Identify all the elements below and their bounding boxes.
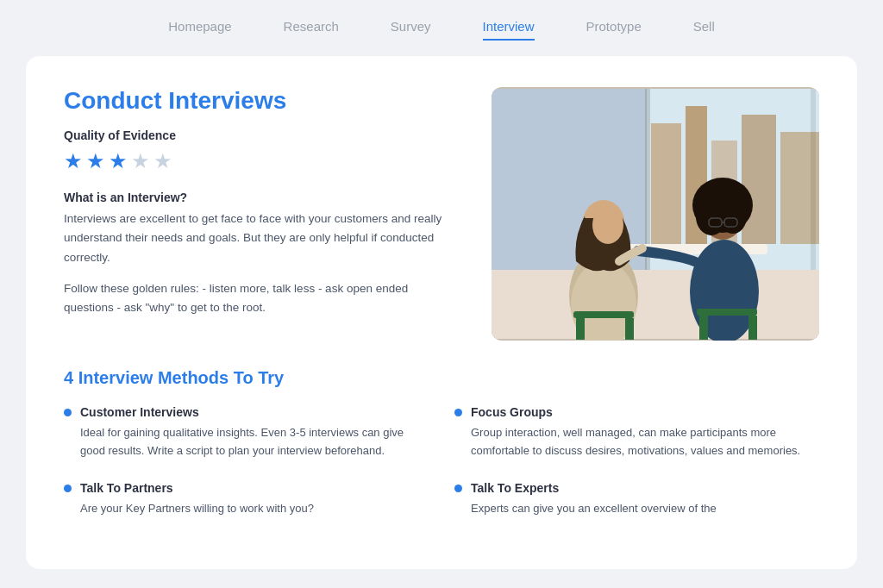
svg-rect-5	[742, 115, 776, 244]
method-focus-groups: Focus Groups Group interaction, well man…	[454, 405, 819, 460]
method-name-1: Customer Interviews	[80, 405, 199, 419]
golden-rules-text: Follow these golden rules: - listen more…	[64, 279, 457, 318]
star-3: ★	[109, 149, 128, 173]
methods-grid: Customer Interviews Ideal for gaining qu…	[64, 405, 819, 535]
method-dot-3	[64, 485, 72, 492]
nav-bar: Homepage Research Survey Interview Proto…	[0, 0, 883, 56]
method-header-4: Talk To Experts	[454, 481, 819, 495]
nav-interview[interactable]: Interview	[483, 19, 535, 41]
interview-illustration-svg	[492, 87, 819, 341]
main-card: Conduct Interviews Quality of Evidence ★…	[26, 56, 857, 569]
nav-prototype[interactable]: Prototype	[586, 19, 642, 41]
interview-image	[492, 87, 819, 341]
what-is-text: Interviews are excellent to get face to …	[64, 210, 457, 267]
method-dot-4	[454, 485, 462, 492]
method-talk-to-partners: Talk To Partners Are your Key Partners w…	[64, 481, 429, 518]
svg-rect-30	[748, 316, 757, 340]
svg-point-16	[592, 206, 623, 244]
method-dot-2	[454, 409, 462, 416]
quality-label: Quality of Evidence	[64, 128, 457, 142]
stars-rating: ★ ★ ★ ★ ★	[64, 149, 457, 173]
svg-rect-2	[651, 123, 681, 244]
nav-survey[interactable]: Survey	[391, 19, 431, 41]
method-desc-3: Are your Key Partners willing to work wi…	[64, 500, 429, 518]
svg-rect-29	[699, 316, 708, 340]
svg-rect-28	[697, 309, 757, 316]
nav-homepage[interactable]: Homepage	[168, 19, 231, 41]
star-2: ★	[86, 149, 105, 173]
methods-title: 4 Interview Methods To Try	[64, 368, 819, 388]
method-name-2: Focus Groups	[471, 405, 553, 419]
what-is-heading: What is an Interview?	[64, 191, 457, 204]
svg-rect-17	[573, 311, 634, 318]
svg-point-24	[719, 199, 747, 234]
method-desc-4: Experts can give you an excellent overvi…	[454, 500, 819, 518]
nav-sell[interactable]: Sell	[693, 19, 715, 41]
method-desc-2: Group interaction, well managed, can mak…	[454, 424, 819, 460]
svg-rect-18	[576, 318, 585, 340]
nav-research[interactable]: Research	[284, 19, 339, 41]
svg-rect-9	[492, 270, 819, 339]
star-1: ★	[64, 149, 83, 173]
method-name-3: Talk To Partners	[80, 481, 173, 495]
method-header-2: Focus Groups	[454, 405, 819, 419]
method-dot-1	[64, 409, 72, 416]
star-4: ★	[131, 149, 150, 173]
method-header-3: Talk To Partners	[64, 481, 429, 495]
svg-rect-19	[625, 318, 634, 340]
method-customer-interviews: Customer Interviews Ideal for gaining qu…	[64, 405, 429, 460]
top-section: Conduct Interviews Quality of Evidence ★…	[64, 87, 819, 341]
method-desc-1: Ideal for gaining qualitative insights. …	[64, 424, 429, 460]
page-wrapper: Homepage Research Survey Interview Proto…	[0, 0, 883, 588]
method-name-4: Talk To Experts	[471, 481, 559, 495]
star-5: ★	[153, 149, 172, 173]
page-title: Conduct Interviews	[64, 87, 457, 115]
method-talk-to-experts: Talk To Experts Experts can give you an …	[454, 481, 819, 518]
left-content: Conduct Interviews Quality of Evidence ★…	[64, 87, 457, 341]
methods-section: 4 Interview Methods To Try Customer Inte…	[64, 368, 819, 535]
method-header-1: Customer Interviews	[64, 405, 429, 419]
